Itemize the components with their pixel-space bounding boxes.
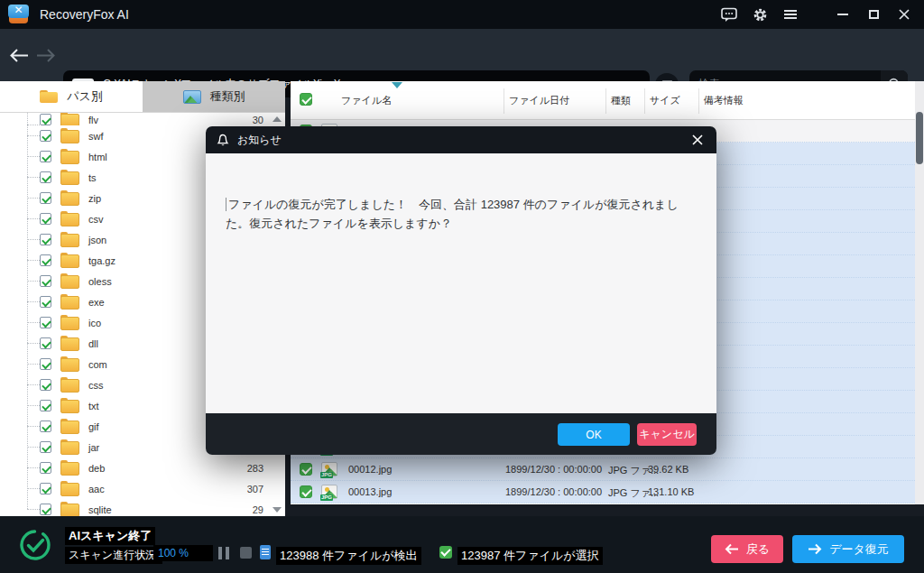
- table-row[interactable]: JPG 00012.jpg 1899/12/30 : 00:00:00 JPG …: [291, 458, 924, 481]
- folder-icon: [60, 483, 78, 494]
- detected-files-icon: [260, 545, 271, 559]
- column-header-size[interactable]: サイズ: [650, 94, 680, 107]
- dialog-title: お知らせ: [237, 133, 282, 148]
- checkbox-checked-icon[interactable]: [40, 483, 51, 494]
- checkbox-checked-icon[interactable]: [40, 275, 51, 287]
- tab-by-type-label: 種類別: [210, 88, 245, 105]
- feedback-chat-icon[interactable]: [720, 5, 738, 23]
- back-button-label: 戻る: [746, 541, 770, 558]
- column-header-note[interactable]: 備考情報: [704, 94, 744, 107]
- checkbox-checked-icon[interactable]: [40, 337, 51, 349]
- file-type-label: ts: [88, 172, 97, 183]
- table-scrollbar[interactable]: [915, 81, 924, 504]
- tree-connector: [27, 405, 40, 406]
- folder-icon: [60, 358, 78, 370]
- settings-gear-icon[interactable]: [751, 5, 769, 23]
- checkbox-checked-icon[interactable]: [40, 462, 51, 474]
- menu-hamburger-icon[interactable]: [781, 5, 799, 23]
- checkbox-checked-icon[interactable]: [40, 296, 51, 308]
- close-button[interactable]: [895, 5, 913, 23]
- back-button[interactable]: 戻る: [711, 535, 783, 563]
- checkbox-checked-icon[interactable]: [40, 317, 51, 328]
- checkbox-checked-icon[interactable]: [40, 192, 51, 204]
- tree-connector: [27, 260, 40, 261]
- folder-icon: [60, 379, 78, 391]
- tree-connector: [27, 156, 40, 157]
- file-type-label: com: [88, 359, 107, 370]
- image-icon: [183, 90, 201, 104]
- checkbox-checked-icon[interactable]: [40, 358, 51, 370]
- stop-icon[interactable]: [240, 547, 252, 559]
- tree-connector: [27, 447, 40, 448]
- checkbox-checked-icon[interactable]: [40, 213, 51, 225]
- checkbox-checked-icon[interactable]: [40, 400, 51, 411]
- tab-by-path[interactable]: パス別: [0, 81, 143, 112]
- dialog-body: ファイルの復元が完了しました！ 今回、合計 123987 件のファイルが復元され…: [206, 153, 716, 413]
- tree-connector: [27, 177, 40, 178]
- folder-icon: [60, 337, 78, 349]
- scrollbar-thumb[interactable]: [916, 112, 923, 164]
- file-date: 1899/12/30 : 00:00:00: [505, 486, 602, 497]
- forward-arrow-icon[interactable]: [36, 48, 56, 67]
- tab-by-type[interactable]: 種類別: [143, 81, 285, 112]
- file-type-label: dll: [88, 338, 98, 349]
- scroll-up-icon[interactable]: [273, 116, 282, 122]
- minimize-button[interactable]: [834, 5, 852, 23]
- folder-icon: [60, 234, 78, 245]
- column-header-name[interactable]: ファイル名: [341, 94, 392, 107]
- checkbox-checked-icon[interactable]: [40, 441, 51, 453]
- tree-connector: [27, 343, 40, 344]
- file-type-label: aac: [88, 484, 105, 494]
- navigation-bar: G:¥AIスキャン¥ファイル内のサブファイル¥jpg¥: [0, 29, 924, 81]
- recover-data-button[interactable]: データ復元: [792, 535, 904, 563]
- tree-connector: [27, 364, 40, 365]
- cancel-button[interactable]: キャンセル: [637, 423, 697, 446]
- folder-icon: [60, 151, 78, 162]
- dialog-close-icon[interactable]: [689, 132, 706, 148]
- scroll-down-icon[interactable]: [273, 507, 282, 513]
- checkbox-checked-icon[interactable]: [40, 504, 51, 515]
- column-header-date[interactable]: ファイル日付: [509, 94, 569, 107]
- file-type-label: txt: [88, 401, 99, 411]
- dialog-footer: OK キャンセル: [206, 413, 716, 455]
- folder-icon: [60, 317, 78, 328]
- checkbox-checked-icon[interactable]: [40, 130, 51, 142]
- pause-icon[interactable]: [218, 547, 231, 559]
- sort-indicator-icon[interactable]: [392, 82, 402, 88]
- checkbox-checked-icon[interactable]: [40, 254, 51, 266]
- sidebar-tabs: パス別 種類別: [0, 81, 285, 113]
- folder-icon: [60, 400, 78, 411]
- back-arrow-icon[interactable]: [9, 48, 29, 67]
- checkbox-checked-icon[interactable]: [40, 234, 51, 245]
- tree-item[interactable]: sqlite 29: [0, 499, 271, 516]
- maximize-button[interactable]: [864, 5, 882, 23]
- folder-icon: [60, 130, 78, 142]
- column-header-type[interactable]: 種類: [611, 94, 631, 107]
- tree-connector: [27, 488, 40, 489]
- file-type-label: sqlite: [88, 504, 112, 515]
- file-date: 1899/12/30 : 00:00:00: [505, 464, 602, 475]
- select-all-checkbox[interactable]: [300, 93, 312, 106]
- tree-item[interactable]: aac 307: [0, 478, 271, 499]
- row-checkbox[interactable]: [300, 463, 312, 476]
- checkbox-checked-icon[interactable]: [40, 114, 51, 125]
- checkbox-checked-icon[interactable]: [40, 421, 51, 432]
- tree-connector: [27, 509, 40, 510]
- tree-item-partial[interactable]: flv 30: [0, 113, 271, 125]
- checkbox-checked-icon[interactable]: [40, 379, 51, 391]
- tree-item[interactable]: deb 283: [0, 457, 271, 478]
- tree-connector: [27, 239, 40, 240]
- file-type-label: csv: [88, 214, 104, 225]
- checkbox-checked-icon[interactable]: [40, 151, 51, 162]
- selected-files-icon: [439, 546, 452, 559]
- jpg-file-icon: JPG: [321, 462, 337, 476]
- detected-files-count: 123988 件ファイルが検出: [276, 547, 421, 565]
- folder-icon: [40, 90, 58, 103]
- file-type-label: flv: [88, 115, 98, 125]
- checkbox-checked-icon[interactable]: [40, 171, 51, 183]
- ok-button[interactable]: OK: [558, 423, 630, 446]
- row-checkbox[interactable]: [300, 485, 312, 498]
- table-row[interactable]: JPG 00013.jpg 1899/12/30 : 00:00:00 JPG …: [291, 481, 924, 504]
- tree-connector: [27, 281, 40, 282]
- jpg-file-icon: JPG: [321, 485, 337, 499]
